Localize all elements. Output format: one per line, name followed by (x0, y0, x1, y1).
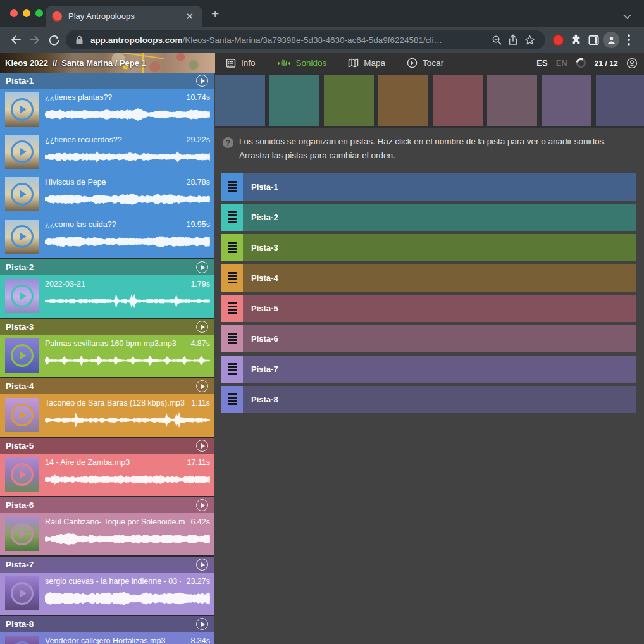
extensions-puzzle-icon[interactable] (567, 30, 585, 49)
bookmark-star-icon[interactable] (521, 32, 538, 48)
track-row[interactable]: Pista-2 (221, 204, 636, 231)
board-color-swatch (433, 75, 483, 126)
track-header[interactable]: Pista-5 (0, 438, 214, 454)
track-name: Pista-3 (6, 322, 34, 331)
drag-handle-icon[interactable] (221, 173, 243, 201)
share-icon[interactable] (505, 32, 521, 48)
nav-tab-sonidos[interactable]: Sonidos (277, 58, 327, 68)
clip-thumbnail (5, 338, 39, 373)
track-play-button[interactable] (196, 559, 208, 571)
browser-profile-avatar[interactable] (602, 30, 620, 49)
clip-play-icon[interactable] (11, 183, 34, 206)
browser-tab[interactable]: Play Antropoloops ✕ (46, 6, 202, 27)
drag-handle-icon[interactable] (221, 204, 243, 231)
clip-thumbnail (5, 398, 39, 432)
forward-button[interactable] (25, 30, 44, 49)
clip-play-icon[interactable] (11, 582, 34, 605)
clip-play-icon[interactable] (11, 463, 34, 486)
track-play-button[interactable] (196, 499, 208, 511)
clip-play-icon[interactable] (11, 404, 34, 426)
track-header[interactable]: Pista-4 (0, 378, 214, 394)
clip-play-icon[interactable] (11, 98, 34, 121)
track-play-button[interactable] (196, 440, 208, 452)
audio-clip[interactable]: Vendedor callejero Hortalizas.mp38.34s (0, 632, 214, 644)
track-play-button[interactable] (196, 618, 208, 630)
drag-handle-icon[interactable] (221, 386, 243, 413)
track-header[interactable]: Pista-3 (0, 319, 214, 335)
breadcrumb-project[interactable]: Kleos 2022 (5, 58, 48, 68)
drag-handle-icon[interactable] (221, 325, 243, 352)
clip-waveform (45, 590, 210, 607)
board-color-swatch (215, 75, 265, 126)
track-row-body[interactable]: Pista-2 (243, 204, 636, 231)
drag-handle-icon[interactable] (221, 295, 243, 322)
nav-tab-mapa[interactable]: Mapa (348, 58, 385, 68)
nav-tab-info[interactable]: Info (226, 58, 256, 68)
track-row-body[interactable]: Pista-7 (243, 356, 636, 383)
account-icon[interactable] (626, 58, 638, 69)
track-row-body[interactable]: Pista-5 (243, 295, 636, 322)
clip-meta: Taconeo de Sara Baras (128 kbps).mp31.11… (45, 399, 210, 407)
track-row-body[interactable]: Pista-1 (243, 173, 636, 201)
audio-clip[interactable]: ¿¿como las cuida??19.95s (0, 216, 214, 258)
clip-play-icon[interactable] (11, 641, 34, 644)
track-row-body[interactable]: Pista-8 (243, 386, 636, 413)
help-icon: ? (223, 137, 233, 148)
drag-handle-icon[interactable] (221, 264, 243, 292)
track-row-body[interactable]: Pista-4 (243, 264, 636, 292)
track-row[interactable]: Pista-1 (221, 173, 636, 201)
clip-play-icon[interactable] (11, 523, 34, 545)
track-play-button[interactable] (196, 380, 208, 392)
browser-menu-kebab-icon[interactable] (620, 30, 638, 49)
address-bar[interactable]: app.antropoloops.com/Kleos-Santa-Marina/… (66, 30, 545, 49)
clip-waveform (45, 233, 210, 250)
audio-clip[interactable]: Palmas sevillanas 160 bpm mp3.mp34.87s (0, 335, 214, 377)
track-row[interactable]: Pista-8 (221, 386, 636, 413)
track-row[interactable]: Pista-7 (221, 356, 636, 383)
clip-play-icon[interactable] (11, 225, 34, 248)
track-row[interactable]: Pista-3 (221, 234, 636, 261)
audio-clip[interactable]: ¿¿tienes recuerdos??29.22s (0, 131, 214, 173)
minimize-window-button[interactable] (23, 9, 30, 17)
clip-play-icon[interactable] (11, 285, 34, 307)
track-play-button[interactable] (196, 75, 208, 87)
back-button[interactable] (6, 30, 25, 49)
zoom-out-indicator-icon[interactable] (488, 32, 505, 48)
drag-handle-icon[interactable] (221, 356, 243, 383)
track-play-button[interactable] (196, 261, 208, 273)
drag-handle-icon[interactable] (221, 234, 243, 261)
new-tab-button[interactable]: + (211, 6, 219, 22)
track-play-button[interactable] (196, 321, 208, 333)
breadcrumb-page[interactable]: Santa Marina / Pepe 1 (61, 58, 146, 68)
lang-toggle-en[interactable]: EN (556, 58, 567, 68)
zoom-window-button[interactable] (35, 9, 43, 17)
audio-clip[interactable]: Raul Cantizano- Toque por Solenoide.mp36… (0, 513, 214, 555)
audio-clip[interactable]: sergio cuevas - la harpe indienne - 03 -… (0, 573, 214, 615)
lang-toggle-es[interactable]: ES (536, 58, 547, 68)
track-header[interactable]: Pista-7 (0, 557, 214, 573)
track-header[interactable]: Pista-8 (0, 616, 214, 632)
audio-clip[interactable]: ¿¿tienes plantas??10.74s (0, 89, 214, 131)
track-row[interactable]: Pista-5 (221, 295, 636, 322)
audio-clip[interactable]: 14 - Aire de Zamba.mp317.11s (0, 454, 214, 496)
reload-button[interactable] (44, 30, 63, 49)
clip-body: Raul Cantizano- Toque por Solenoide.mp36… (45, 517, 210, 551)
track-row[interactable]: Pista-4 (221, 264, 636, 292)
nav-tab-tocar[interactable]: Tocar (407, 58, 443, 68)
audio-clip[interactable]: Hiviscus de Pepe28.78s (0, 173, 214, 216)
screen-recorder-extension-icon[interactable] (549, 30, 567, 49)
track-row-body[interactable]: Pista-6 (243, 325, 636, 352)
track-header[interactable]: Pista-2 (0, 259, 214, 275)
side-panel-icon[interactable] (585, 30, 602, 49)
close-window-button[interactable] (10, 9, 18, 17)
tab-search-chevron-icon[interactable] (623, 11, 631, 22)
track-header[interactable]: Pista-6 (0, 497, 214, 513)
clip-play-icon[interactable] (11, 344, 34, 367)
tab-close-icon[interactable]: ✕ (183, 10, 196, 22)
track-row-body[interactable]: Pista-3 (243, 234, 636, 261)
audio-clip[interactable]: Taconeo de Sara Baras (128 kbps).mp31.11… (0, 394, 214, 437)
audio-clip[interactable]: 2022-03-211.79s (0, 275, 214, 318)
track-row[interactable]: Pista-6 (221, 325, 636, 352)
clip-play-icon[interactable] (11, 140, 34, 163)
track-header[interactable]: Pista-1 (0, 73, 214, 89)
